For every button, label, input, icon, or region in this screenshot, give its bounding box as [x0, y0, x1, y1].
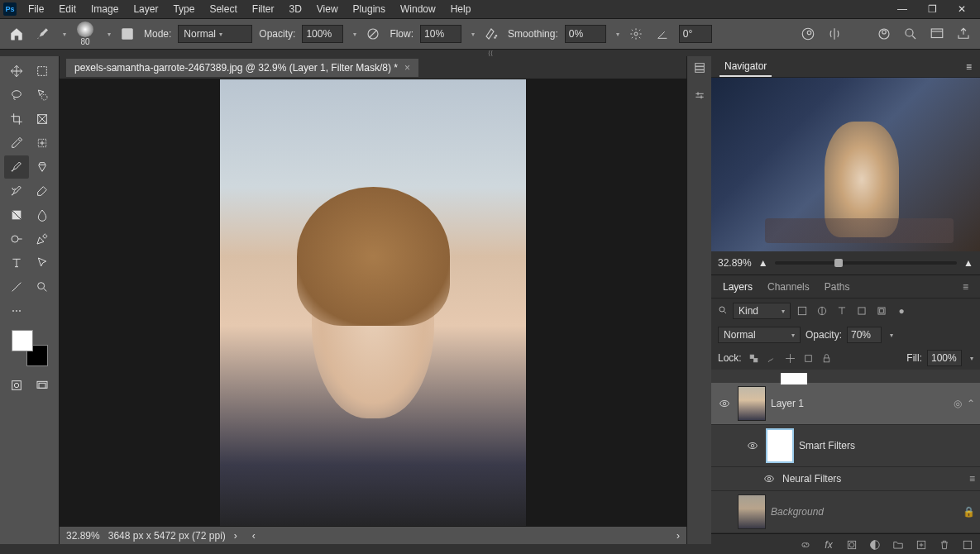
menu-type[interactable]: Type: [166, 2, 201, 17]
smoothing-gear-icon[interactable]: [626, 24, 646, 44]
adjustments-panel-icon[interactable]: [691, 88, 708, 104]
blend-mode-select[interactable]: Normal▾: [178, 25, 252, 43]
workspace-icon[interactable]: [927, 24, 947, 44]
layer-mask-icon[interactable]: [844, 537, 859, 552]
zoom-out-icon[interactable]: ▲: [758, 257, 768, 269]
cloud-docs-icon[interactable]: [874, 24, 894, 44]
close-button[interactable]: ✕: [947, 0, 977, 18]
background-layer-label[interactable]: Background: [771, 506, 824, 518]
collapse-arrow-icon[interactable]: ⌃: [967, 398, 975, 409]
menu-3d[interactable]: 3D: [282, 2, 308, 17]
angle-input[interactable]: 0°: [679, 25, 712, 43]
pen-tool[interactable]: [30, 227, 55, 251]
layer-opacity-input[interactable]: 70%: [847, 327, 882, 343]
menu-select[interactable]: Select: [203, 2, 243, 17]
tool-preset-chevron[interactable]: ▾: [63, 31, 66, 38]
layer-thumbnail[interactable]: [738, 386, 766, 421]
panel-menu-icon[interactable]: ≡: [966, 61, 972, 73]
delete-layer-icon[interactable]: [937, 537, 952, 552]
visibility-eye-icon[interactable]: [761, 470, 777, 487]
filter-toggle-icon[interactable]: ●: [895, 304, 908, 318]
flow-input[interactable]: 10%: [420, 25, 461, 43]
airbrush-icon[interactable]: [481, 24, 501, 44]
flow-chevron[interactable]: ▾: [471, 31, 475, 38]
smoothing-input[interactable]: 0%: [565, 25, 606, 43]
blur-tool[interactable]: [30, 203, 55, 227]
zoom-in-icon[interactable]: ▲: [963, 257, 973, 269]
layer-row-smart-filters[interactable]: Smart Filters: [711, 425, 980, 467]
status-zoom[interactable]: 32.89%: [66, 530, 100, 542]
tab-close-icon[interactable]: ×: [404, 62, 410, 74]
history-brush-tool[interactable]: [4, 179, 29, 203]
smart-filters-label[interactable]: Smart Filters: [799, 440, 855, 451]
search-small-icon[interactable]: [718, 305, 728, 318]
home-icon[interactable]: [7, 24, 26, 44]
layer-thumbnail[interactable]: [738, 494, 766, 529]
menu-file[interactable]: File: [22, 2, 50, 17]
menu-edit[interactable]: Edit: [52, 2, 83, 17]
menu-window[interactable]: Window: [394, 2, 442, 17]
history-panel-icon[interactable]: [691, 60, 708, 76]
dodge-tool[interactable]: [4, 227, 29, 251]
brush-preview[interactable]: 80: [73, 21, 98, 46]
adjustment-layer-icon[interactable]: [868, 537, 882, 552]
brush-tool-active[interactable]: [4, 155, 29, 179]
group-icon[interactable]: [891, 537, 906, 552]
document-tab[interactable]: pexels-samantha-garrote-2467389.jpg @ 32…: [66, 59, 418, 77]
lock-position-icon[interactable]: [783, 351, 798, 365]
channels-tab[interactable]: Channels: [761, 278, 816, 296]
marquee-tool[interactable]: [30, 60, 55, 83]
menu-view[interactable]: View: [310, 2, 345, 17]
path-select-tool[interactable]: [30, 251, 55, 275]
lock-transparency-icon[interactable]: [747, 351, 762, 365]
layer-row-background[interactable]: Background 🔒: [711, 491, 980, 533]
lock-all-icon[interactable]: [820, 351, 834, 365]
color-swatches[interactable]: [12, 330, 48, 366]
navigator-thumbnail[interactable]: [711, 78, 980, 251]
opacity-input[interactable]: 100%: [302, 25, 343, 43]
menu-plugins[interactable]: Plugins: [347, 2, 392, 17]
filter-shape-icon[interactable]: [855, 304, 868, 318]
lasso-tool[interactable]: [4, 84, 29, 107]
filter-mask-thumbnail[interactable]: [766, 428, 794, 463]
status-scroll-right[interactable]: ›: [676, 530, 680, 542]
paths-tab[interactable]: Paths: [818, 278, 857, 296]
brush-panel-icon[interactable]: [117, 24, 137, 44]
status-chevron-right[interactable]: ›: [234, 530, 237, 542]
canvas[interactable]: [60, 79, 686, 526]
visibility-eye-icon[interactable]: [716, 504, 733, 520]
layer-row-layer1[interactable]: Layer 1 ◎ ⌃: [711, 383, 980, 425]
foreground-color[interactable]: [12, 330, 33, 351]
fill-input[interactable]: 100%: [927, 350, 962, 366]
menu-help[interactable]: Help: [444, 2, 478, 17]
clone-stamp-tool[interactable]: [30, 155, 55, 179]
new-layer-icon[interactable]: [914, 537, 929, 552]
more-tools[interactable]: ⋯: [4, 299, 29, 322]
type-tool[interactable]: [4, 251, 29, 275]
zoom-slider[interactable]: [775, 261, 958, 265]
frame-tool[interactable]: [30, 107, 55, 131]
pressure-opacity-icon[interactable]: [363, 24, 383, 44]
maximize-button[interactable]: ❐: [917, 0, 947, 18]
opacity-chevron[interactable]: ▾: [353, 31, 356, 38]
layer-blend-mode-select[interactable]: Normal▾: [718, 327, 801, 343]
layer-name[interactable]: Layer 1: [771, 398, 804, 409]
crop-tool[interactable]: [4, 107, 29, 131]
patch-tool[interactable]: [30, 131, 55, 155]
eyedropper-tool[interactable]: [4, 131, 29, 155]
navigator-tab[interactable]: Navigator: [719, 57, 772, 77]
lock-image-icon[interactable]: [765, 351, 780, 365]
visibility-eye-icon[interactable]: [744, 437, 761, 454]
screen-mode-icon[interactable]: [30, 374, 55, 397]
search-icon[interactable]: [901, 24, 920, 44]
filter-options-icon[interactable]: ≡: [969, 473, 975, 485]
visibility-eye-icon[interactable]: [716, 395, 733, 412]
move-tool[interactable]: [4, 60, 29, 83]
lock-artboard-icon[interactable]: [801, 351, 816, 365]
neural-filters-label[interactable]: Neural Filters: [782, 473, 841, 485]
line-tool[interactable]: [4, 275, 29, 298]
gradient-tool[interactable]: [4, 203, 29, 227]
share-icon[interactable]: [954, 24, 973, 44]
status-chevron-left[interactable]: ‹: [252, 530, 256, 542]
fill-chevron[interactable]: ▾: [970, 355, 973, 362]
